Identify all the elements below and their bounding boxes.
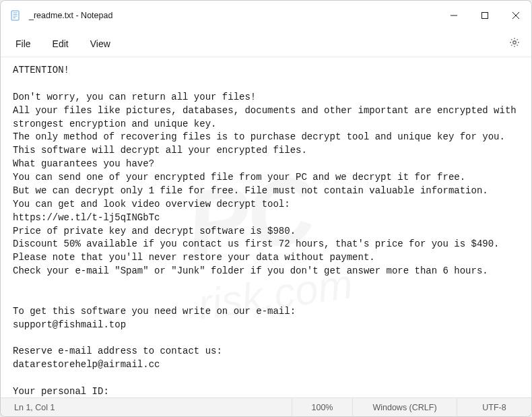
document-text: ATTENTION! Don't worry, you can return a… (13, 65, 517, 397)
status-position: Ln 1, Col 1 (1, 398, 292, 416)
svg-rect-6 (482, 13, 488, 19)
svg-rect-0 (11, 11, 19, 20)
status-line-ending: Windows (CRLF) (353, 398, 457, 416)
menu-view[interactable]: View (79, 34, 121, 53)
svg-point-9 (513, 40, 517, 44)
menubar: File Edit View (1, 30, 531, 57)
status-encoding: UTF-8 (457, 398, 531, 416)
titlebar: _readme.txt - Notepad (1, 1, 531, 30)
window-controls (438, 1, 531, 30)
window-title: _readme.txt - Notepad (29, 11, 438, 20)
maximize-button[interactable] (469, 1, 500, 30)
notepad-window: _readme.txt - Notepad File Edit View ATT… (0, 0, 532, 417)
statusbar: Ln 1, Col 1 100% Windows (CRLF) UTF-8 (1, 397, 531, 416)
menu-edit[interactable]: Edit (42, 34, 79, 53)
minimize-button[interactable] (438, 1, 469, 30)
status-zoom[interactable]: 100% (292, 398, 353, 416)
settings-button[interactable] (502, 32, 527, 55)
menu-file[interactable]: File (5, 34, 42, 53)
notepad-icon (10, 10, 21, 21)
text-content-area[interactable]: ATTENTION! Don't worry, you can return a… (1, 57, 531, 397)
close-button[interactable] (500, 1, 531, 30)
